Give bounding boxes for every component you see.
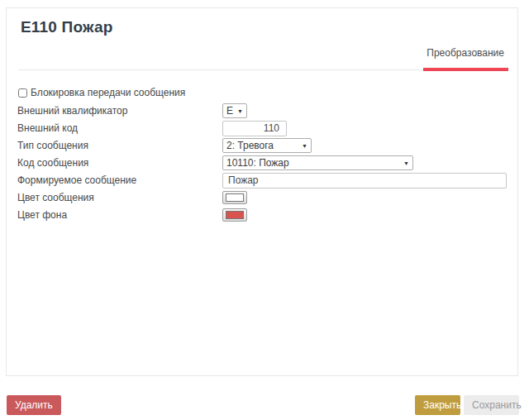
background-color-row: Цвет фона bbox=[17, 208, 513, 222]
generated-message-input[interactable] bbox=[222, 173, 507, 189]
block-transfer-label: Блокировка передачи сообщения bbox=[31, 87, 185, 98]
chevron-down-icon: ▼ bbox=[302, 143, 307, 149]
message-type-value: 2: Тревога bbox=[226, 140, 274, 151]
message-color-row: Цвет сообщения bbox=[17, 190, 513, 205]
message-code-row: Код сообщения 10110: Пожар ▼ bbox=[17, 155, 513, 170]
message-code-label: Код сообщения bbox=[17, 157, 222, 169]
background-color-swatch bbox=[226, 211, 244, 219]
message-type-label: Тип сообщения bbox=[17, 140, 222, 151]
message-color-picker[interactable] bbox=[222, 191, 247, 204]
tab-active-underline bbox=[423, 68, 508, 71]
message-code-select[interactable]: 10110: Пожар ▼ bbox=[222, 155, 413, 170]
message-code-value: 10110: Пожар bbox=[226, 157, 289, 169]
background-color-picker[interactable] bbox=[222, 208, 247, 222]
block-transfer-row: Блокировка передачи сообщения bbox=[17, 86, 513, 99]
background-color-label: Цвет фона bbox=[17, 209, 222, 221]
form-area: Блокировка передачи сообщения Внешний кв… bbox=[17, 86, 513, 225]
message-color-label: Цвет сообщения bbox=[17, 192, 222, 203]
form-panel: E110 Пожар Преобразование Блокировка пер… bbox=[6, 7, 518, 376]
message-color-swatch bbox=[226, 193, 244, 202]
close-button[interactable]: Закрыть bbox=[415, 395, 460, 415]
tab-transformation[interactable]: Преобразование bbox=[427, 47, 504, 59]
external-code-input[interactable] bbox=[222, 121, 287, 136]
generated-message-row: Формируемое сообщение bbox=[17, 173, 513, 188]
delete-button[interactable]: Удалить bbox=[7, 395, 61, 415]
external-qualifier-select[interactable]: E ▼ bbox=[222, 103, 247, 118]
footer-actions: Удалить Закрыть Сохранить bbox=[0, 395, 529, 415]
chevron-down-icon: ▼ bbox=[403, 160, 409, 166]
external-qualifier-label: Внешний квалификатор bbox=[17, 105, 222, 117]
message-type-select[interactable]: 2: Тревога ▼ bbox=[222, 138, 312, 153]
message-type-row: Тип сообщения 2: Тревога ▼ bbox=[17, 138, 513, 153]
external-code-row: Внешний код bbox=[17, 121, 513, 136]
save-button[interactable]: Сохранить bbox=[464, 395, 519, 415]
generated-message-label: Формируемое сообщение bbox=[17, 174, 222, 186]
external-qualifier-value: E bbox=[226, 105, 233, 117]
chevron-down-icon: ▼ bbox=[237, 108, 243, 114]
external-code-label: Внешний код bbox=[17, 122, 222, 134]
page-title: E110 Пожар bbox=[21, 18, 113, 36]
external-qualifier-row: Внешний квалификатор E ▼ bbox=[17, 103, 513, 118]
block-transfer-checkbox[interactable] bbox=[18, 88, 27, 98]
